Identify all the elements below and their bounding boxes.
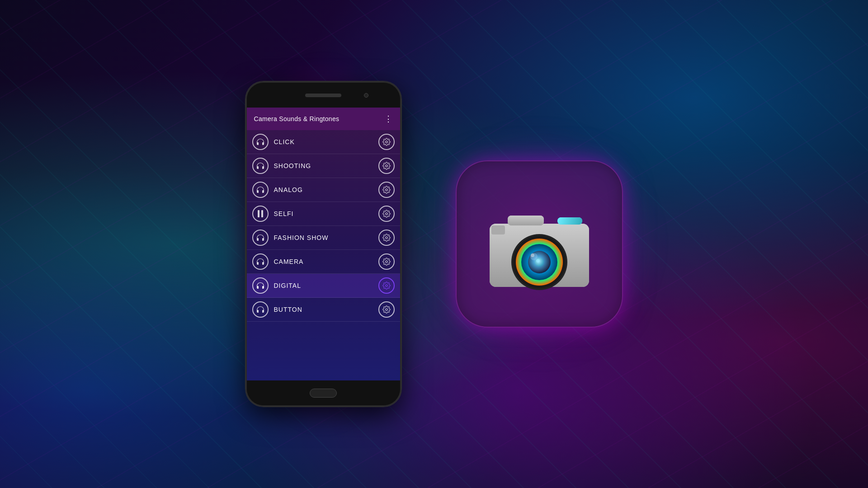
svg-rect-8 bbox=[491, 225, 505, 235]
headphone-icon bbox=[252, 277, 269, 294]
phone-speaker bbox=[305, 94, 341, 97]
sound-label: CAMERA bbox=[274, 258, 378, 265]
headphone-icon bbox=[252, 253, 269, 270]
sound-label: ANALOG bbox=[274, 186, 378, 193]
phone-camera-dot bbox=[364, 93, 368, 98]
main-content: Camera Sounds & Ringtones ⋮ CLICK bbox=[0, 0, 868, 488]
list-item[interactable]: CAMERA bbox=[247, 250, 400, 274]
phone-device: Camera Sounds & Ringtones ⋮ CLICK bbox=[245, 81, 401, 407]
headphone-icon bbox=[252, 158, 269, 174]
gear-button[interactable] bbox=[378, 134, 395, 150]
sound-label: SELFI bbox=[274, 210, 378, 217]
phone-mockup: Camera Sounds & Ringtones ⋮ CLICK bbox=[245, 81, 401, 407]
pause-icon bbox=[252, 206, 269, 222]
sound-list: CLICK bbox=[247, 130, 400, 322]
list-item[interactable]: SHOOTING bbox=[247, 154, 400, 178]
sound-label: CLICK bbox=[274, 138, 378, 145]
svg-rect-0 bbox=[258, 210, 259, 217]
app-title: Camera Sounds & Ringtones bbox=[254, 115, 340, 122]
svg-rect-7 bbox=[557, 217, 582, 225]
list-item[interactable]: BUTTON bbox=[247, 298, 400, 322]
gear-button[interactable] bbox=[378, 230, 395, 246]
gear-button[interactable] bbox=[378, 253, 395, 270]
svg-point-15 bbox=[531, 253, 534, 257]
headphone-icon bbox=[252, 134, 269, 150]
gear-button[interactable] bbox=[378, 182, 395, 198]
gear-button[interactable] bbox=[378, 301, 395, 318]
camera-svg bbox=[481, 197, 598, 291]
gear-button[interactable] bbox=[378, 158, 395, 174]
list-item[interactable]: SELFI bbox=[247, 202, 400, 226]
app-header: Camera Sounds & Ringtones ⋮ bbox=[247, 108, 400, 130]
home-button[interactable] bbox=[310, 389, 337, 398]
list-item[interactable]: DIGITAL bbox=[247, 274, 400, 298]
gear-button[interactable] bbox=[378, 206, 395, 222]
headphone-icon bbox=[252, 182, 269, 198]
list-item[interactable]: ANALOG bbox=[247, 178, 400, 202]
sound-label: FASHION SHOW bbox=[274, 234, 378, 241]
phone-top-bar bbox=[247, 83, 400, 108]
headphone-icon bbox=[252, 301, 269, 318]
app-icon[interactable] bbox=[456, 160, 623, 328]
phone-screen: Camera Sounds & Ringtones ⋮ CLICK bbox=[247, 108, 400, 380]
list-item[interactable]: FASHION SHOW bbox=[247, 226, 400, 250]
gear-button[interactable] bbox=[378, 277, 395, 294]
list-item[interactable]: CLICK bbox=[247, 130, 400, 154]
sound-label: SHOOTING bbox=[274, 162, 378, 169]
svg-rect-5 bbox=[508, 216, 544, 225]
sound-label: BUTTON bbox=[274, 306, 378, 313]
svg-point-16 bbox=[535, 258, 544, 267]
svg-rect-1 bbox=[261, 210, 263, 217]
sound-label: DIGITAL bbox=[274, 282, 378, 289]
app-icon-wrapper bbox=[456, 160, 623, 328]
headphone-icon bbox=[252, 230, 269, 246]
menu-dots-button[interactable]: ⋮ bbox=[384, 114, 393, 124]
phone-bottom-bar bbox=[247, 380, 400, 405]
svg-point-17 bbox=[536, 259, 540, 263]
